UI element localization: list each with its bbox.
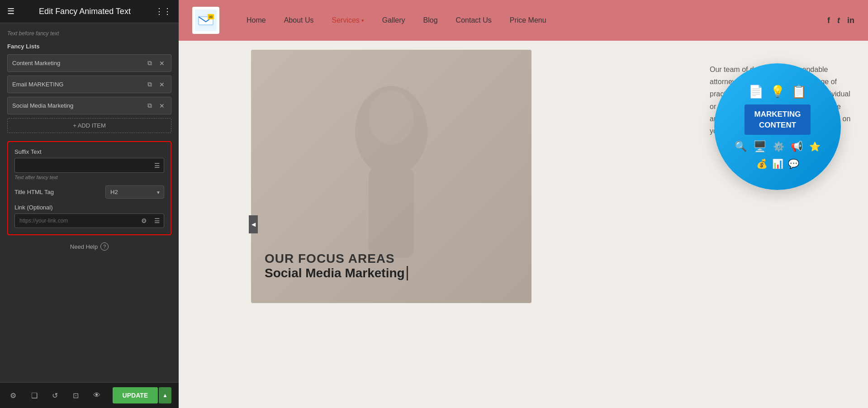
facebook-icon[interactable]: f (827, 16, 830, 25)
suffix-text-label: Suffix Text (14, 148, 164, 155)
duplicate-item-1-button[interactable]: ⧉ (146, 58, 154, 68)
fancy-item-3: Social Media Marketing ⧉ ✕ (7, 97, 171, 114)
update-dropdown-button[interactable]: ▲ (159, 387, 171, 403)
focus-text-overlay: OUR FOCUS AREAS Social Media Marketing (265, 251, 408, 280)
cursor-bar (407, 266, 408, 280)
text-after-hint: Text after fancy text (14, 175, 164, 180)
suffix-text-list-icon[interactable]: ☰ (151, 159, 164, 172)
link-list-icon[interactable]: ☰ (151, 214, 164, 227)
twitter-icon[interactable]: t (837, 16, 840, 25)
collapse-panel-arrow[interactable]: ◀ (249, 215, 258, 233)
marketing-content-label: MARKETING CONTENT (745, 104, 811, 135)
focus-title: OUR FOCUS AREAS (265, 251, 408, 266)
delete-item-3-button[interactable]: ✕ (157, 101, 166, 110)
update-group: UPDATE ▲ (113, 387, 171, 403)
text-before-label: Text before fancy text (7, 30, 171, 37)
right-preview: ✉ Home About Us Services ▾ Gallery Blog … (179, 0, 868, 408)
circle-inner-content: 📄 💡 📋 MARKETING CONTENT 🔍 🖥️ ⚙️ 📢 ⭐ (726, 75, 830, 179)
nav-about[interactable]: About Us (284, 16, 314, 24)
panel-header: ☰ Edit Fancy Animated Text ⋮⋮ (0, 0, 179, 23)
panel-body: Text before fancy text Fancy Lists Conte… (0, 23, 179, 382)
nav-services[interactable]: Services ▾ (332, 16, 364, 24)
svg-point-6 (369, 90, 414, 145)
duplicate-item-2-button[interactable]: ⧉ (146, 80, 154, 89)
nav-logo-icon: ✉ (195, 9, 217, 31)
nav-links: Home About Us Services ▾ Gallery Blog Co… (247, 16, 827, 24)
responsive-footer-button[interactable]: ⊡ (70, 389, 81, 403)
panel-footer: ⚙ ❑ ↺ ⊡ 👁 UPDATE ▲ (0, 382, 179, 408)
left-panel: ☰ Edit Fancy Animated Text ⋮⋮ Text befor… (0, 0, 179, 408)
suffix-text-input[interactable] (15, 158, 151, 172)
fancy-item-label-2: Email MARKETING (12, 81, 142, 88)
fancy-item-2: Email MARKETING ⧉ ✕ (7, 76, 171, 93)
nav-social: f t in (827, 16, 854, 25)
link-optional-label: Link (Optional) (14, 204, 164, 211)
fancy-item-label-3: Social Media Marketing (12, 102, 142, 109)
need-help-section: Need Help ? (7, 235, 171, 258)
grid-icon[interactable]: ⋮⋮ (155, 6, 171, 16)
linkedin-icon[interactable]: in (847, 16, 854, 25)
duplicate-item-3-button[interactable]: ⧉ (146, 101, 154, 110)
title-html-tag-select-wrapper: H1 H2 H3 H4 H5 H6 (105, 185, 164, 199)
svg-rect-5 (369, 167, 414, 258)
fancy-item-1: Content Marketing ⧉ ✕ (7, 54, 171, 72)
delete-item-2-button[interactable]: ✕ (157, 80, 166, 89)
svg-text:✉: ✉ (209, 14, 213, 19)
focus-subtitle: Social Media Marketing (265, 266, 408, 280)
hero-image-bg: OUR FOCUS AREAS Social Media Marketing (251, 50, 531, 303)
site-nav: ✉ Home About Us Services ▾ Gallery Blog … (179, 0, 868, 41)
layers-footer-button[interactable]: ❑ (28, 389, 40, 403)
nav-blog[interactable]: Blog (423, 16, 438, 24)
fancy-lists-label: Fancy Lists (7, 43, 171, 50)
main-content: ◀ OUR FOCUS AREAS Social Media Marketing (179, 41, 868, 408)
hero-image-box: OUR FOCUS AREAS Social Media Marketing (251, 50, 531, 303)
add-item-button[interactable]: + ADD ITEM (7, 118, 171, 133)
title-html-tag-label: Title HTML Tag (14, 189, 105, 195)
title-html-tag-row: Title HTML Tag H1 H2 H3 H4 H5 H6 (14, 185, 164, 199)
nav-logo: ✉ (192, 7, 219, 34)
link-input[interactable] (15, 214, 138, 228)
chevron-down-icon: ▾ (361, 18, 364, 24)
nav-contact[interactable]: Contact Us (456, 16, 492, 24)
suffix-text-input-row: ☰ (14, 158, 164, 173)
update-button[interactable]: UPDATE (113, 387, 158, 403)
nav-price-menu[interactable]: Price Menu (510, 16, 546, 24)
settings-footer-button[interactable]: ⚙ (7, 389, 19, 403)
settings-section: Suffix Text ☰ Text after fancy text Titl… (7, 141, 171, 235)
nav-home[interactable]: Home (247, 16, 266, 24)
delete-item-1-button[interactable]: ✕ (157, 59, 166, 68)
fancy-item-label-1: Content Marketing (12, 60, 142, 66)
preview-footer-button[interactable]: 👁 (90, 389, 103, 402)
link-input-row: ⚙ ☰ (14, 213, 164, 228)
panel-title: Edit Fancy Animated Text (39, 7, 131, 16)
link-optional-section: Link (Optional) ⚙ ☰ (14, 204, 164, 228)
nav-gallery[interactable]: Gallery (382, 16, 405, 24)
marketing-content-circle: 📄 💡 📋 MARKETING CONTENT 🔍 🖥️ ⚙️ 📢 ⭐ (714, 63, 841, 190)
need-help-label: Need Help (70, 243, 98, 250)
help-circle-icon[interactable]: ? (100, 242, 109, 251)
hamburger-icon[interactable]: ☰ (7, 6, 14, 16)
title-html-tag-select[interactable]: H1 H2 H3 H4 H5 H6 (105, 185, 164, 199)
history-footer-button[interactable]: ↺ (49, 389, 61, 403)
link-settings-icon[interactable]: ⚙ (138, 214, 151, 227)
